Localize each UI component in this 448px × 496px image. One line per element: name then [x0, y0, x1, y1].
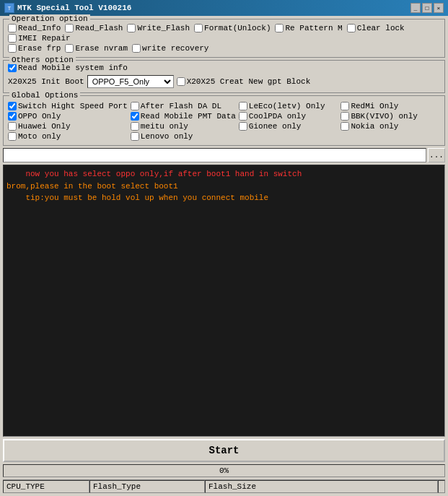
cpu-type-cell: CPU_TYPE	[3, 480, 89, 493]
global-options-legend: Global Options	[9, 91, 80, 100]
flash-size-cell: Flash_Size	[205, 480, 438, 493]
clear-lock-checkbox[interactable]	[347, 24, 356, 32]
redmi-only-checkbox[interactable]	[341, 102, 349, 110]
leeco-only-label[interactable]: LeEco(letv) Only	[249, 102, 325, 110]
moto-only-item: Moto only	[8, 132, 128, 141]
switch-hight-speed-checkbox[interactable]	[8, 102, 17, 110]
start-button[interactable]: Start	[3, 439, 445, 462]
read-mobile-system-checkbox[interactable]	[8, 64, 17, 72]
redmi-only-label[interactable]: RedMi Only	[351, 102, 398, 110]
moto-only-checkbox[interactable]	[8, 132, 17, 141]
oppo-only-item: OPPO Only	[8, 112, 128, 121]
read-flash-label[interactable]: Read_Flash	[75, 24, 123, 32]
status-bar: CPU_TYPE Flash_Type Flash_Size	[3, 479, 445, 493]
coolpda-only-checkbox[interactable]	[239, 112, 247, 121]
init-boot-dropdown[interactable]: OPPO_F5_Only Default Other	[87, 75, 174, 88]
nokia-only-checkbox[interactable]	[341, 122, 349, 131]
init-boot-row: X20X25 Init Boot OPPO_F5_Only Default Ot…	[8, 75, 440, 88]
lenovo-only-item: Lenovo only	[131, 132, 236, 141]
moto-only-label[interactable]: Moto only	[18, 132, 61, 141]
read-info-label[interactable]: Read_Info	[18, 24, 61, 32]
format-unlock-label[interactable]: Format(Unlock)	[204, 24, 271, 32]
write-flash-item: Write_Flash	[127, 24, 190, 32]
leeco-only-item: LeEco(letv) Only	[239, 102, 338, 110]
write-flash-label[interactable]: Write_Flash	[137, 24, 190, 32]
close-button[interactable]: ×	[434, 3, 444, 13]
clear-lock-label[interactable]: Clear lock	[357, 24, 405, 32]
meitu-only-label[interactable]: meitu only	[141, 122, 188, 131]
read-flash-checkbox[interactable]	[65, 24, 74, 32]
meitu-only-item: meitu only	[131, 122, 236, 131]
title-bar-left: T MTK Special Tool V100216	[4, 3, 131, 13]
huawei-only-checkbox[interactable]	[8, 122, 17, 131]
write-recovery-checkbox[interactable]	[132, 44, 141, 53]
operation-option-legend: Operation option	[9, 14, 90, 23]
format-unlock-checkbox[interactable]	[194, 24, 203, 32]
after-flash-da-dl-item: After Flash DA DL	[131, 102, 236, 110]
imei-repair-label[interactable]: IMEI Repair	[18, 34, 71, 43]
leeco-only-checkbox[interactable]	[239, 102, 247, 110]
operation-option-group: Operation option Read_Info Read_Flash Wr…	[3, 19, 445, 58]
progress-bar-container: 0%	[3, 464, 445, 477]
oppo-only-label[interactable]: OPPO Only	[18, 112, 61, 121]
main-content: Operation option Read_Info Read_Flash Wr…	[0, 16, 448, 496]
lenovo-only-label[interactable]: Lenovo only	[141, 132, 193, 141]
log-path-input[interactable]	[3, 148, 426, 162]
log-line-3: tip:you must be hold vol up when you con…	[6, 192, 442, 204]
maximize-button[interactable]: □	[422, 3, 432, 13]
progress-label: 0%	[4, 465, 444, 477]
gionee-only-checkbox[interactable]	[239, 122, 247, 131]
window-controls[interactable]: _ □ ×	[410, 3, 444, 13]
gionee-only-label[interactable]: Gionee only	[249, 122, 302, 131]
others-option-group: Others option Read Mobile system info X2…	[3, 60, 445, 93]
window-title: MTK Special Tool V100216	[17, 4, 131, 12]
global-options-group: Global Options Switch Hight Speed Port A…	[3, 95, 445, 146]
clear-lock-item: Clear lock	[347, 24, 405, 32]
switch-hight-speed-label[interactable]: Switch Hight Speed Port	[18, 102, 128, 110]
log-line-2: brom,please in the boot select boot1	[6, 180, 442, 193]
others-option-legend: Others option	[9, 56, 76, 64]
title-bar: T MTK Special Tool V100216 _ □ ×	[0, 0, 448, 16]
write-recovery-item: write recovery	[132, 44, 208, 53]
write-recovery-label[interactable]: write recovery	[142, 44, 208, 53]
after-flash-da-dl-label[interactable]: After Flash DA DL	[141, 102, 221, 110]
app-icon: T	[4, 3, 14, 13]
operation-row1: Read_Info Read_Flash Write_Flash Format(…	[8, 24, 440, 43]
switch-hight-speed-item: Switch Hight Speed Port	[8, 102, 128, 110]
create-gpt-checkbox[interactable]	[177, 77, 185, 86]
write-flash-checkbox[interactable]	[127, 24, 136, 32]
create-gpt-label[interactable]: X20X25 Creat New gpt Block	[187, 77, 311, 86]
after-flash-da-dl-checkbox[interactable]	[131, 102, 139, 110]
status-extra-cell	[438, 480, 445, 493]
read-mobile-system-label[interactable]: Read Mobile system info	[18, 64, 128, 72]
erase-frp-item: Erase frp	[8, 44, 61, 53]
huawei-only-item: Huawei Only	[8, 122, 128, 131]
meitu-only-checkbox[interactable]	[131, 122, 139, 131]
re-pattern-checkbox[interactable]	[275, 24, 284, 32]
erase-frp-checkbox[interactable]	[8, 44, 17, 53]
nokia-only-item: Nokia only	[341, 122, 440, 131]
browse-button[interactable]: ...	[428, 148, 445, 162]
read-mobile-pmt-label[interactable]: Read Mobile PMT Data	[141, 112, 236, 121]
oppo-only-checkbox[interactable]	[8, 112, 17, 121]
lenovo-only-checkbox[interactable]	[131, 132, 139, 141]
read-mobile-pmt-checkbox[interactable]	[131, 112, 139, 121]
nokia-only-label[interactable]: Nokia only	[351, 122, 398, 131]
operation-row2: Erase frp Erase nvram write recovery	[8, 44, 440, 53]
flash-type-cell: Flash_Type	[89, 480, 205, 493]
gionee-only-item: Gionee only	[239, 122, 338, 131]
re-pattern-label[interactable]: Re Pattern M	[285, 24, 342, 32]
coolpda-only-label[interactable]: CoolPDA only	[249, 112, 306, 121]
minimize-button[interactable]: _	[410, 3, 421, 13]
read-info-checkbox[interactable]	[8, 24, 17, 32]
bbk-vivo-only-label[interactable]: BBK(VIVO) only	[351, 112, 417, 121]
huawei-only-label[interactable]: Huawei Only	[18, 122, 71, 131]
log-line-1: now you has select oppo only,if after bo…	[6, 168, 442, 180]
bbk-vivo-only-checkbox[interactable]	[341, 112, 349, 121]
erase-nvram-checkbox[interactable]	[65, 44, 74, 53]
imei-repair-checkbox[interactable]	[8, 34, 17, 43]
erase-nvram-label[interactable]: Erase nvram	[75, 44, 128, 53]
erase-frp-label[interactable]: Erase frp	[18, 44, 61, 53]
imei-repair-item: IMEI Repair	[8, 34, 71, 43]
coolpda-only-item: CoolPDA only	[239, 112, 338, 121]
